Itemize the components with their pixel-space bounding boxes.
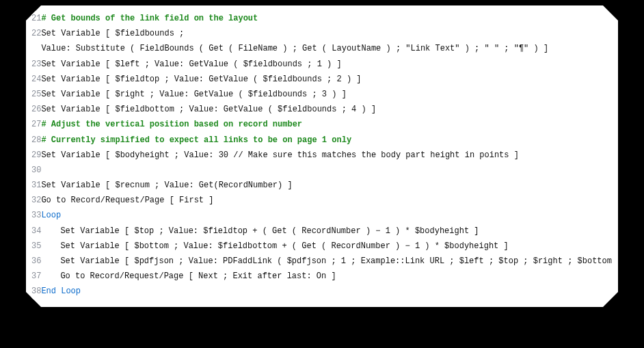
line-number: 27 <box>31 117 41 132</box>
line-number: 35 <box>31 239 41 254</box>
code-line: 21# Get bounds of the link field on the … <box>31 11 613 26</box>
code-line: 28# Currently simplified to expect all l… <box>31 133 613 148</box>
line-content: Go to Record/Request/Page [ First ] <box>41 193 613 208</box>
code-line: 22Set Variable [ $fieldbounds ; Value: S… <box>31 26 613 56</box>
code-text: Set Variable [ $left ; Value: GetValue (… <box>41 59 341 69</box>
line-number: 30 <box>31 163 41 178</box>
code-text: Set Variable [ $pdfjson ; Value: PDFaddL… <box>41 254 613 269</box>
code-card: 21# Get bounds of the link field on the … <box>26 5 618 307</box>
line-content: Set Variable [ $top ; Value: $fieldtop +… <box>41 224 613 239</box>
code-line: 29Set Variable [ $bodyheight ; Value: 30… <box>31 148 613 163</box>
code-text: Set Variable [ $fieldbounds ; Value: Sub… <box>41 29 548 53</box>
code-text: Set Variable [ $bodyheight ; Value: 30 /… <box>41 150 519 160</box>
keyword-text: Loop <box>41 211 61 220</box>
code-line: 32Go to Record/Request/Page [ First ] <box>31 193 613 208</box>
line-number: 26 <box>31 102 41 117</box>
code-line: 34Set Variable [ $top ; Value: $fieldtop… <box>31 224 613 239</box>
code-line: 38End Loop <box>31 284 613 299</box>
code-line: 27# Adjust the vertical position based o… <box>31 117 613 132</box>
code-text: Set Variable [ $top ; Value: $fieldtop +… <box>41 224 479 239</box>
line-number: 31 <box>31 178 41 193</box>
line-content: Set Variable [ $fieldbounds ; Value: Sub… <box>41 26 613 56</box>
line-number: 21 <box>31 11 41 26</box>
line-number: 38 <box>31 284 41 299</box>
line-number: 32 <box>31 193 41 208</box>
line-content: # Adjust the vertical position based on … <box>41 117 613 132</box>
line-content: Set Variable [ $pdfjson ; Value: PDFaddL… <box>41 254 613 269</box>
line-number: 37 <box>31 269 41 284</box>
line-content: # Currently simplified to expect all lin… <box>41 133 613 148</box>
code-line: 26Set Variable [ $fieldbottom ; Value: G… <box>31 102 613 117</box>
line-content: Set Variable [ $fieldtop ; Value: GetVal… <box>41 72 613 87</box>
line-content: Go to Record/Request/Page [ Next ; Exit … <box>41 269 613 284</box>
code-line: 37Go to Record/Request/Page [ Next ; Exi… <box>31 269 613 284</box>
line-number: 25 <box>31 87 41 102</box>
line-content: Set Variable [ $left ; Value: GetValue (… <box>41 57 613 72</box>
line-number: 33 <box>31 208 41 223</box>
line-content: Set Variable [ $recnum ; Value: Get(Reco… <box>41 178 613 193</box>
line-number: 22 <box>31 26 41 56</box>
line-content: Set Variable [ $right ; Value: GetValue … <box>41 87 613 102</box>
line-number: 24 <box>31 72 41 87</box>
line-number: 28 <box>31 133 41 148</box>
code-line: 36Set Variable [ $pdfjson ; Value: PDFad… <box>31 254 613 269</box>
line-content: Set Variable [ $bottom ; Value: $fieldbo… <box>41 239 613 254</box>
line-content: End Loop <box>41 284 613 299</box>
line-number: 36 <box>31 254 41 269</box>
line-number: 23 <box>31 57 41 72</box>
code-line: 33Loop <box>31 208 613 223</box>
code-block: 21# Get bounds of the link field on the … <box>31 11 613 302</box>
line-content: Loop <box>41 208 613 223</box>
comment-text: # Currently simplified to expect all lin… <box>41 135 351 145</box>
code-text: Set Variable [ $fieldtop ; Value: GetVal… <box>41 75 361 84</box>
code-text: Set Variable [ $recnum ; Value: Get(Reco… <box>41 180 292 190</box>
keyword-text: End Loop <box>41 286 81 296</box>
code-line: 25Set Variable [ $right ; Value: GetValu… <box>31 87 613 102</box>
code-surface: 21# Get bounds of the link field on the … <box>26 5 618 307</box>
code-text: Go to Record/Request/Page [ First ] <box>41 196 213 205</box>
code-line: 23Set Variable [ $left ; Value: GetValue… <box>31 57 613 72</box>
line-content <box>41 163 613 178</box>
code-text: Set Variable [ $fieldbottom ; Value: Get… <box>41 105 376 114</box>
comment-text: # Adjust the vertical position based on … <box>41 120 302 129</box>
line-content: Set Variable [ $bodyheight ; Value: 30 /… <box>41 148 613 163</box>
code-line: 24Set Variable [ $fieldtop ; Value: GetV… <box>31 72 613 87</box>
line-content: Set Variable [ $fieldbottom ; Value: Get… <box>41 102 613 117</box>
code-line: 30 <box>31 163 613 178</box>
code-text: Go to Record/Request/Page [ Next ; Exit … <box>41 269 336 284</box>
line-number: 29 <box>31 148 41 163</box>
code-line: 31Set Variable [ $recnum ; Value: Get(Re… <box>31 178 613 193</box>
source-table: 21# Get bounds of the link field on the … <box>31 11 613 299</box>
line-content: # Get bounds of the link field on the la… <box>41 11 613 26</box>
line-number: 34 <box>31 224 41 239</box>
code-text: Set Variable [ $right ; Value: GetValue … <box>41 90 346 99</box>
comment-text: # Get bounds of the link field on the la… <box>41 14 258 23</box>
code-text: Set Variable [ $bottom ; Value: $fieldbo… <box>41 239 508 254</box>
code-line: 35Set Variable [ $bottom ; Value: $field… <box>31 239 613 254</box>
